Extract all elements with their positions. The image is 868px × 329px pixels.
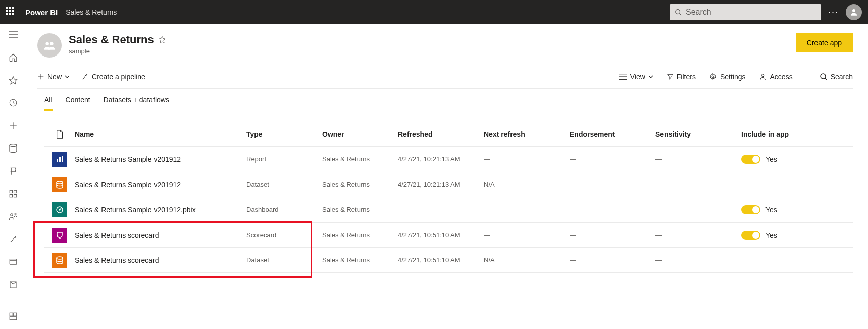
item-sensitivity: — xyxy=(655,206,741,213)
topbar: Power BI Sales & Returns Search ··· xyxy=(0,0,868,24)
item-type-icon xyxy=(52,202,67,217)
item-sensitivity: — xyxy=(655,181,741,188)
item-name[interactable]: Sales & Returns scorecard xyxy=(75,231,246,239)
svg-point-38 xyxy=(57,257,63,259)
tab-content[interactable]: Content xyxy=(66,96,90,111)
goals-icon[interactable] xyxy=(5,164,21,178)
item-next-refresh: N/A xyxy=(484,256,570,264)
toolbar-divider xyxy=(806,70,806,83)
tab-datasets[interactable]: Datasets + dataflows xyxy=(104,96,169,111)
svg-point-0 xyxy=(676,10,680,14)
col-refreshed[interactable]: Refreshed xyxy=(398,130,484,138)
access-button[interactable]: Access xyxy=(759,73,793,81)
col-next-refresh[interactable]: Next refresh xyxy=(484,130,570,138)
col-type[interactable]: Type xyxy=(246,130,322,138)
workspaces-icon[interactable] xyxy=(5,278,21,291)
include-toggle[interactable] xyxy=(741,231,760,240)
item-refreshed: 4/27/21, 10:21:13 AM xyxy=(398,155,484,163)
item-name[interactable]: Sales & Returns Sample v201912 xyxy=(75,155,246,163)
svg-rect-16 xyxy=(10,259,17,264)
svg-point-22 xyxy=(50,42,54,46)
filters-button[interactable]: Filters xyxy=(667,73,696,81)
search-icon xyxy=(675,9,682,16)
item-refreshed: — xyxy=(398,206,484,213)
apps-icon[interactable] xyxy=(5,187,21,200)
premium-icon xyxy=(158,36,166,44)
recent-icon[interactable] xyxy=(5,96,21,110)
col-name[interactable]: Name xyxy=(75,130,246,138)
shared-icon[interactable] xyxy=(5,209,21,223)
svg-line-31 xyxy=(825,78,827,80)
svg-point-30 xyxy=(821,74,826,79)
settings-button[interactable]: Settings xyxy=(709,73,746,81)
more-options-icon[interactable]: ··· xyxy=(828,7,839,18)
item-name[interactable]: Sales & Returns scorecard xyxy=(75,256,246,264)
item-owner: Sales & Returns xyxy=(322,181,398,188)
item-name[interactable]: Sales & Returns Sample v201912 xyxy=(75,181,246,189)
access-label: Access xyxy=(770,73,793,81)
search-button[interactable]: Search xyxy=(820,73,853,81)
home-icon[interactable] xyxy=(5,51,21,65)
svg-rect-32 xyxy=(57,159,58,162)
content-table: Name Type Owner Refreshed Next refresh E… xyxy=(44,122,853,273)
item-type: Dashboard xyxy=(246,206,322,213)
pipeline-label: Create a pipeline xyxy=(92,73,145,81)
include-toggle[interactable] xyxy=(741,205,760,214)
item-refreshed: 4/27/21, 10:51:10 AM xyxy=(398,231,484,239)
item-type: Report xyxy=(246,155,322,163)
learn-icon[interactable] xyxy=(5,255,21,268)
settings-label: Settings xyxy=(720,73,746,81)
col-endorsement[interactable]: Endorsement xyxy=(570,130,655,138)
table-row[interactable]: Sales & Returns Sample v201912ReportSale… xyxy=(44,147,853,172)
create-icon[interactable] xyxy=(5,119,21,133)
toolbar: New Create a pipeline View Filters xyxy=(37,65,853,89)
tab-all[interactable]: All xyxy=(44,96,53,111)
app-launcher-icon[interactable] xyxy=(6,7,16,17)
item-type: Dataset xyxy=(246,256,322,264)
item-owner: Sales & Returns xyxy=(322,206,398,213)
pipelines-icon[interactable] xyxy=(5,232,21,246)
favorites-icon[interactable] xyxy=(5,74,21,87)
brand-label: Power BI xyxy=(25,8,58,17)
table-row[interactable]: Sales & Returns Sample v201912DatasetSal… xyxy=(44,172,853,197)
svg-rect-13 xyxy=(14,194,16,197)
item-endorsement: — xyxy=(570,256,655,264)
create-app-button[interactable]: Create app xyxy=(796,33,853,52)
item-type-icon xyxy=(52,152,67,167)
svg-point-37 xyxy=(59,209,60,210)
table-header: Name Type Owner Refreshed Next refresh E… xyxy=(44,122,853,147)
user-avatar[interactable] xyxy=(846,4,862,20)
include-label: Yes xyxy=(765,206,777,214)
workspace-avatar xyxy=(37,33,62,58)
table-row[interactable]: Sales & Returns scorecardScorecardSales … xyxy=(44,223,853,248)
nav-collapse-icon[interactable] xyxy=(5,28,21,42)
item-name[interactable]: Sales & Returns Sample v201912.pbix xyxy=(75,206,246,214)
svg-rect-11 xyxy=(14,190,16,193)
item-type-icon xyxy=(52,253,67,268)
view-button[interactable]: View xyxy=(619,73,653,81)
global-search-input[interactable]: Search xyxy=(670,4,821,20)
create-pipeline-button[interactable]: Create a pipeline xyxy=(81,73,145,81)
workspace-switcher-icon[interactable] xyxy=(5,309,21,323)
include-in-app: Yes xyxy=(741,205,807,214)
item-next-refresh: — xyxy=(484,231,570,239)
include-toggle[interactable] xyxy=(741,155,760,164)
new-label: New xyxy=(47,73,62,81)
col-sensitivity[interactable]: Sensitivity xyxy=(655,130,741,138)
col-owner[interactable]: Owner xyxy=(322,130,398,138)
datasets-icon[interactable] xyxy=(5,142,21,155)
item-next-refresh: — xyxy=(484,206,570,213)
svg-point-9 xyxy=(10,144,17,147)
col-include[interactable]: Include in app xyxy=(741,130,807,138)
breadcrumb[interactable]: Sales & Returns xyxy=(66,8,117,16)
workspace-content: Sales & Returns sample Create app New xyxy=(26,24,868,329)
col-icon xyxy=(44,130,75,139)
table-row[interactable]: Sales & Returns Sample v201912.pbixDashb… xyxy=(44,197,853,223)
svg-rect-12 xyxy=(10,194,12,197)
item-refreshed: 4/27/21, 10:51:10 AM xyxy=(398,256,484,264)
workspace-title: Sales & Returns xyxy=(69,33,154,46)
new-button[interactable]: New xyxy=(37,73,70,81)
svg-rect-34 xyxy=(62,156,63,162)
workspace-subtitle: sample xyxy=(69,47,166,55)
table-row[interactable]: Sales & Returns scorecardDatasetSales & … xyxy=(44,248,853,273)
